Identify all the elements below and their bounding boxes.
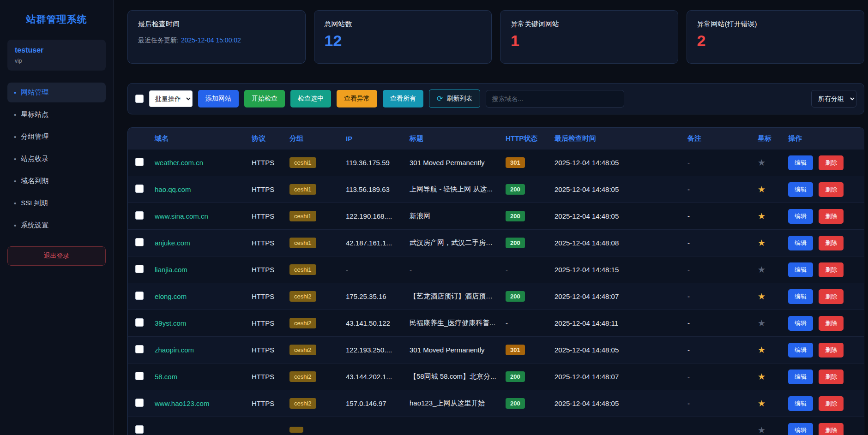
star-toggle[interactable]: ★ (758, 238, 766, 248)
sidebar-item-ssl-expiry[interactable]: • SSL到期 (7, 193, 106, 213)
protocol-label: HTTPS (247, 399, 285, 407)
stat-label: 异常网站(打开错误) (697, 20, 854, 29)
http-status-badge: 200 (506, 238, 525, 248)
start-check-button[interactable]: 开始检查 (244, 90, 285, 107)
ip-label: 43.144.202.1... (341, 373, 405, 381)
group-badge: ceshi1 (289, 157, 316, 168)
logout-button[interactable]: 退出登录 (7, 246, 106, 266)
table-row: 39yst.com HTTPS ceshi2 43.141.50.122 民福康… (128, 310, 864, 336)
check-selected-button[interactable]: 检查选中 (290, 90, 331, 107)
star-toggle[interactable]: ★ (758, 211, 766, 221)
select-all-checkbox[interactable] (135, 95, 144, 103)
delete-button[interactable]: 删除 (819, 289, 844, 304)
delete-button[interactable]: 删除 (819, 155, 844, 170)
stat-label: 最后检查时间 (138, 20, 295, 29)
sidebar-item-system-settings[interactable]: • 系统设置 (7, 215, 106, 235)
protocol-label: HTTPS (247, 212, 285, 220)
edit-button[interactable]: 编辑 (788, 423, 813, 435)
domain-link[interactable]: www.hao123.com (155, 399, 209, 407)
star-toggle[interactable]: ★ (758, 399, 766, 408)
star-toggle[interactable]: ★ (758, 372, 766, 381)
protocol-label: HTTPS (247, 185, 285, 193)
domain-link[interactable]: hao.qq.com (155, 185, 191, 193)
search-input[interactable] (486, 90, 624, 107)
edit-button[interactable]: 编辑 (788, 209, 813, 224)
sidebar-item-label: 域名到期 (21, 177, 48, 185)
sidebar-item-site-indexing[interactable]: • 站点收录 (7, 149, 106, 169)
edit-button[interactable]: 编辑 (788, 289, 813, 304)
star-toggle[interactable]: ★ (758, 425, 766, 435)
note-label: - (683, 185, 753, 193)
edit-button[interactable]: 编辑 (788, 343, 813, 358)
star-toggle[interactable]: ★ (758, 292, 766, 301)
delete-button[interactable]: 删除 (819, 182, 844, 197)
domain-link[interactable]: 58.com (155, 373, 177, 381)
note-label: - (683, 319, 753, 327)
note-label: - (683, 239, 753, 247)
header-ip: IP (341, 135, 405, 143)
group-filter-select[interactable]: 所有分组 (811, 90, 856, 107)
delete-button[interactable]: 删除 (819, 262, 844, 277)
row-checkbox[interactable] (135, 318, 144, 327)
domain-link[interactable]: 39yst.com (155, 319, 186, 327)
ip-label: 119.36.175.59 (341, 159, 405, 167)
view-abnormal-button[interactable]: 查看异常 (337, 90, 377, 107)
row-checkbox[interactable] (135, 211, 144, 220)
domain-link[interactable]: anjuke.com (155, 239, 190, 247)
delete-button[interactable]: 删除 (819, 369, 844, 384)
delete-button[interactable]: 删除 (819, 316, 844, 331)
delete-button[interactable]: 删除 (819, 236, 844, 250)
refresh-list-button[interactable]: ⟳刷新列表 (429, 89, 480, 108)
row-checkbox[interactable] (135, 372, 144, 380)
table-row: lianjia.com HTTPS ceshi1 - - - 2025-12-0… (128, 256, 864, 283)
star-toggle[interactable]: ★ (758, 158, 766, 167)
star-toggle[interactable]: ★ (758, 185, 766, 194)
table-row: www.sina.com.cn HTTPS ceshi1 122.190.168… (128, 203, 864, 229)
group-badge: ceshi1 (289, 184, 316, 195)
bulk-action-select[interactable]: 批量操作 (149, 90, 193, 107)
edit-button[interactable]: 编辑 (788, 369, 813, 384)
row-checkbox[interactable] (135, 238, 144, 246)
sidebar-item-domain-expiry[interactable]: • 域名到期 (7, 171, 106, 191)
row-checkbox[interactable] (135, 265, 144, 273)
group-badge: ceshi1 (289, 211, 316, 221)
sidebar-item-group-management[interactable]: • 分组管理 (7, 127, 106, 147)
row-checkbox[interactable] (135, 185, 144, 193)
star-toggle[interactable]: ★ (758, 345, 766, 355)
row-checkbox[interactable] (135, 399, 144, 407)
bullet-icon: • (14, 222, 16, 229)
delete-button[interactable]: 删除 (819, 396, 844, 411)
domain-link[interactable]: www.sina.com.cn (155, 212, 208, 220)
domain-link[interactable]: weather.com.cn (155, 159, 203, 167)
add-site-button[interactable]: 添加网站 (198, 90, 239, 107)
delete-button[interactable]: 删除 (819, 423, 844, 435)
edit-button[interactable]: 编辑 (788, 262, 813, 277)
domain-link[interactable]: elong.com (155, 292, 187, 300)
row-checkbox[interactable] (135, 292, 144, 300)
toolbar: 批量操作 添加网站 开始检查 检查选中 查看异常 查看所有 ⟳刷新列表 所有分组 (127, 83, 864, 114)
delete-button[interactable]: 删除 (819, 209, 844, 224)
note-label: - (683, 346, 753, 354)
domain-link[interactable]: zhaopin.com (155, 346, 194, 354)
edit-button[interactable]: 编辑 (788, 236, 813, 250)
view-all-button[interactable]: 查看所有 (383, 90, 423, 107)
ip-label: 43.141.50.122 (341, 319, 405, 327)
http-status-badge: 301 (506, 157, 525, 168)
row-checkbox[interactable] (135, 425, 144, 434)
row-checkbox[interactable] (135, 345, 144, 353)
button-label: 检查选中 (298, 95, 324, 102)
edit-button[interactable]: 编辑 (788, 396, 813, 411)
sidebar-item-site-management[interactable]: • 网站管理 (7, 83, 106, 102)
row-checkbox[interactable] (135, 158, 144, 166)
bullet-icon: • (14, 155, 16, 162)
star-toggle[interactable]: ★ (758, 318, 766, 328)
table-row: anjuke.com HTTPS ceshi1 42.187.161.1... … (128, 229, 864, 256)
sidebar-item-starred-sites[interactable]: • 星标站点 (7, 105, 106, 125)
delete-button[interactable]: 删除 (819, 343, 844, 358)
edit-button[interactable]: 编辑 (788, 316, 813, 331)
star-toggle[interactable]: ★ (758, 265, 766, 274)
edit-button[interactable]: 编辑 (788, 155, 813, 170)
group-badge: ceshi2 (289, 345, 316, 355)
domain-link[interactable]: lianjia.com (155, 266, 187, 274)
edit-button[interactable]: 编辑 (788, 182, 813, 197)
